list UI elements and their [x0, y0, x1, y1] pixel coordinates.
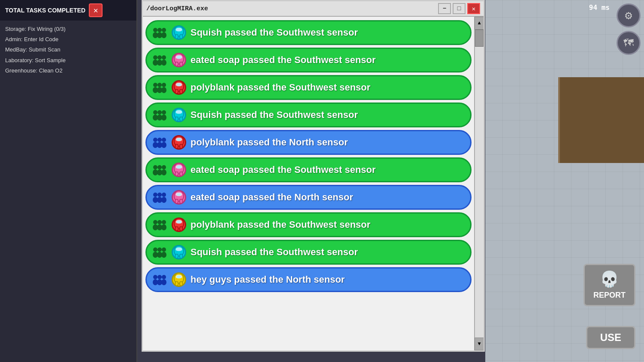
window-titlebar: /doorLogMIRA.exe − □ ✕ [143, 1, 484, 17]
svg-point-25 [161, 87, 166, 93]
window-title: /doorLogMIRA.exe [146, 5, 208, 12]
svg-point-19 [176, 56, 181, 59]
timer-display: 94 ms [589, 3, 610, 12]
svg-point-69 [176, 193, 181, 196]
character-avatar [172, 272, 186, 287]
log-entry[interactable]: Squish passed the Southwest sensor [145, 103, 472, 127]
close-tasks-button[interactable]: ✕ [89, 3, 103, 17]
log-entry[interactable]: Squish passed the Southwest sensor [145, 240, 472, 265]
use-button[interactable]: USE [586, 326, 635, 349]
svg-point-29 [176, 83, 181, 86]
close-window-button[interactable]: ✕ [467, 3, 480, 14]
svg-point-24 [162, 83, 166, 87]
svg-rect-7 [175, 35, 178, 39]
svg-point-65 [161, 197, 166, 203]
svg-point-22 [157, 83, 162, 87]
svg-point-50 [153, 165, 157, 169]
svg-point-75 [161, 224, 166, 230]
svg-point-92 [157, 275, 162, 279]
svg-point-45 [161, 142, 166, 148]
task-item: Storage: Fix Wiring (0/3) [5, 24, 131, 34]
task-item: Admin: Enter Id Code [5, 34, 131, 45]
character-avatar [172, 80, 186, 95]
scrollbar[interactable]: ▲ ▼ [474, 17, 484, 350]
svg-rect-97 [175, 282, 178, 286]
log-entry-icons [152, 246, 167, 258]
log-entry[interactable]: polyblank passed the Southwest sensor [145, 75, 472, 100]
svg-point-60 [153, 193, 157, 197]
log-entry[interactable]: eated soap passed the Southwest sensor [145, 157, 472, 182]
report-button[interactable]: 💀 REPORT [584, 264, 635, 306]
svg-point-14 [162, 55, 166, 60]
log-entry[interactable]: eated soap passed the North sensor [145, 185, 472, 210]
character-avatar [172, 245, 186, 259]
log-entry-text: polyblank passed the Southwest sensor [190, 82, 465, 93]
svg-point-79 [176, 220, 181, 223]
log-entry[interactable]: polyblank passed the Southwest sensor [145, 212, 472, 237]
svg-point-59 [176, 166, 181, 169]
svg-point-80 [153, 247, 157, 252]
gear-button[interactable]: ⚙ [617, 3, 641, 27]
svg-point-40 [153, 138, 157, 142]
scroll-thumb[interactable] [475, 30, 484, 47]
tasks-title: TOTAL TASKS COMPLETED [5, 7, 85, 14]
log-entry-icons [152, 191, 167, 203]
scroll-down-button[interactable]: ▼ [475, 338, 484, 350]
minimize-button[interactable]: − [438, 3, 451, 14]
log-entry-text: Squish passed the Southwest sensor [190, 109, 465, 121]
log-entry[interactable]: Squish passed the Southwest sensor [145, 20, 472, 45]
log-entry-icons [152, 164, 167, 176]
log-entry[interactable]: polyblank passed the North sensor [145, 130, 472, 155]
log-entry-text: hey guys passed the North sensor [190, 274, 465, 285]
log-entry-icons [152, 274, 167, 286]
maximize-button[interactable]: □ [453, 3, 466, 14]
svg-rect-8 [180, 35, 183, 39]
log-entry-text: Squish passed the Southwest sensor [190, 247, 465, 258]
svg-point-34 [162, 110, 166, 115]
log-entry[interactable]: hey guys passed the North sensor [145, 267, 472, 292]
svg-point-90 [153, 275, 157, 279]
svg-point-49 [176, 138, 181, 141]
svg-point-2 [157, 28, 162, 32]
log-entry-icons [152, 109, 167, 121]
svg-point-84 [162, 247, 166, 252]
svg-point-70 [153, 220, 157, 224]
svg-point-82 [157, 247, 162, 252]
svg-rect-48 [180, 145, 183, 148]
log-entry-icons [152, 136, 167, 148]
svg-rect-87 [175, 254, 178, 258]
svg-rect-67 [175, 199, 178, 203]
svg-point-39 [176, 111, 181, 114]
log-entry-text: polyblank passed the Southwest sensor [190, 219, 465, 230]
character-avatar [172, 190, 186, 205]
window-controls: − □ ✕ [438, 3, 480, 14]
top-right-controls: ⚙ 🗺 [617, 3, 641, 55]
task-item: Greenhouse: Clean O2 [5, 66, 131, 76]
log-entry[interactable]: eated soap passed the Southwest sensor [145, 48, 472, 72]
svg-point-0 [153, 28, 157, 32]
log-entry-icons [152, 81, 167, 94]
report-icon: 💀 [600, 270, 619, 289]
svg-rect-68 [180, 199, 183, 203]
log-entry-text: polyblank passed the North sensor [190, 137, 465, 148]
svg-rect-17 [175, 62, 178, 66]
svg-point-30 [153, 110, 157, 115]
tasks-header: TOTAL TASKS COMPLETED ✕ [0, 0, 136, 21]
svg-point-95 [161, 279, 166, 285]
map-button[interactable]: 🗺 [617, 31, 641, 55]
use-label: USE [600, 332, 621, 344]
svg-rect-88 [180, 254, 183, 258]
svg-point-85 [161, 252, 166, 258]
log-entry-icons [152, 27, 167, 39]
log-list-container: Squish passed the Southwest sensor eated… [143, 17, 484, 350]
svg-point-74 [162, 220, 166, 224]
svg-rect-47 [175, 145, 178, 148]
svg-rect-27 [175, 90, 178, 94]
svg-point-64 [162, 193, 166, 197]
svg-rect-37 [175, 117, 178, 121]
scroll-up-button[interactable]: ▲ [475, 17, 484, 30]
sidebar: TOTAL TASKS COMPLETED ✕ Storage: Fix Wir… [0, 0, 137, 362]
svg-point-4 [162, 28, 166, 32]
log-entry-icons [152, 54, 167, 66]
svg-rect-98 [180, 282, 183, 286]
